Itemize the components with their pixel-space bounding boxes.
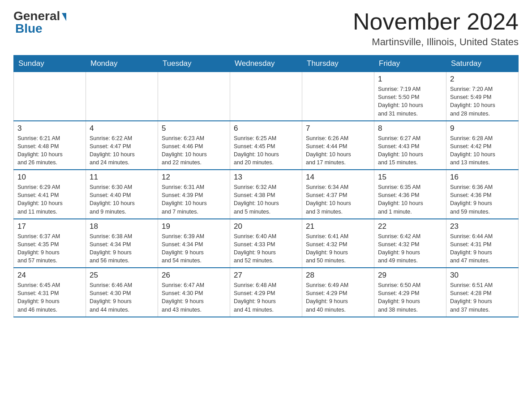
weekday-header-saturday: Saturday [446, 56, 519, 72]
day-number: 27 [234, 271, 298, 280]
day-number: 3 [17, 124, 82, 133]
day-info: Sunrise: 6:45 AM Sunset: 4:31 PM Dayligh… [17, 281, 82, 314]
title-area: November 2024 Martinsville, Illinois, Un… [353, 9, 519, 48]
day-info: Sunrise: 7:19 AM Sunset: 5:50 PM Dayligh… [378, 85, 442, 118]
page-header: General Blue November 2024 Martinsville,… [13, 9, 519, 48]
week-row-3: 10Sunrise: 6:29 AM Sunset: 4:41 PM Dayli… [14, 170, 519, 219]
calendar-table: SundayMondayTuesdayWednesdayThursdayFrid… [13, 55, 519, 317]
calendar-cell: 19Sunrise: 6:39 AM Sunset: 4:34 PM Dayli… [158, 219, 230, 268]
calendar-cell: 11Sunrise: 6:30 AM Sunset: 4:40 PM Dayli… [86, 170, 158, 219]
calendar-cell: 7Sunrise: 6:26 AM Sunset: 4:44 PM Daylig… [302, 121, 374, 170]
day-number: 15 [378, 173, 442, 182]
day-number: 9 [450, 124, 515, 133]
day-info: Sunrise: 6:21 AM Sunset: 4:48 PM Dayligh… [17, 134, 82, 167]
day-number: 22 [378, 222, 442, 231]
calendar-cell [158, 72, 230, 121]
day-number: 2 [450, 75, 515, 84]
calendar-cell: 10Sunrise: 6:29 AM Sunset: 4:41 PM Dayli… [14, 170, 86, 219]
day-number: 26 [162, 271, 226, 280]
day-number: 6 [234, 124, 298, 133]
calendar-cell: 25Sunrise: 6:46 AM Sunset: 4:30 PM Dayli… [86, 268, 158, 317]
calendar-cell: 29Sunrise: 6:50 AM Sunset: 4:29 PM Dayli… [374, 268, 446, 317]
calendar-cell: 8Sunrise: 6:27 AM Sunset: 4:43 PM Daylig… [374, 121, 446, 170]
day-info: Sunrise: 6:40 AM Sunset: 4:33 PM Dayligh… [234, 232, 298, 265]
calendar-cell: 22Sunrise: 6:42 AM Sunset: 4:32 PM Dayli… [374, 219, 446, 268]
day-number: 21 [306, 222, 370, 231]
day-info: Sunrise: 6:39 AM Sunset: 4:34 PM Dayligh… [162, 232, 226, 265]
day-info: Sunrise: 6:22 AM Sunset: 4:47 PM Dayligh… [90, 134, 154, 167]
weekday-header-wednesday: Wednesday [230, 56, 302, 72]
day-number: 16 [450, 173, 515, 182]
day-number: 8 [378, 124, 442, 133]
day-number: 13 [234, 173, 298, 182]
weekday-header-monday: Monday [86, 56, 158, 72]
weekday-header-friday: Friday [374, 56, 446, 72]
day-info: Sunrise: 6:31 AM Sunset: 4:39 PM Dayligh… [162, 183, 226, 216]
day-info: Sunrise: 6:35 AM Sunset: 4:36 PM Dayligh… [378, 183, 442, 216]
logo: General Blue [13, 9, 66, 36]
day-number: 25 [90, 271, 154, 280]
day-info: Sunrise: 6:37 AM Sunset: 4:35 PM Dayligh… [17, 232, 82, 265]
week-row-1: 1Sunrise: 7:19 AM Sunset: 5:50 PM Daylig… [14, 72, 519, 121]
day-number: 28 [306, 271, 370, 280]
day-info: Sunrise: 6:25 AM Sunset: 4:45 PM Dayligh… [234, 134, 298, 167]
day-info: Sunrise: 6:32 AM Sunset: 4:38 PM Dayligh… [234, 183, 298, 216]
calendar-cell: 2Sunrise: 7:20 AM Sunset: 5:49 PM Daylig… [446, 72, 519, 121]
day-number: 18 [90, 222, 154, 231]
day-info: Sunrise: 6:51 AM Sunset: 4:28 PM Dayligh… [450, 281, 515, 314]
calendar-cell: 17Sunrise: 6:37 AM Sunset: 4:35 PM Dayli… [14, 219, 86, 268]
day-info: Sunrise: 6:23 AM Sunset: 4:46 PM Dayligh… [162, 134, 226, 167]
weekday-header-sunday: Sunday [14, 56, 86, 72]
calendar-cell: 4Sunrise: 6:22 AM Sunset: 4:47 PM Daylig… [86, 121, 158, 170]
day-number: 29 [378, 271, 442, 280]
calendar-cell: 1Sunrise: 7:19 AM Sunset: 5:50 PM Daylig… [374, 72, 446, 121]
calendar-cell: 3Sunrise: 6:21 AM Sunset: 4:48 PM Daylig… [14, 121, 86, 170]
calendar-cell: 21Sunrise: 6:41 AM Sunset: 4:32 PM Dayli… [302, 219, 374, 268]
week-row-2: 3Sunrise: 6:21 AM Sunset: 4:48 PM Daylig… [14, 121, 519, 170]
calendar-cell: 27Sunrise: 6:48 AM Sunset: 4:29 PM Dayli… [230, 268, 302, 317]
calendar-cell: 23Sunrise: 6:44 AM Sunset: 4:31 PM Dayli… [446, 219, 519, 268]
day-number: 24 [17, 271, 82, 280]
day-number: 10 [17, 173, 82, 182]
calendar-cell: 26Sunrise: 6:47 AM Sunset: 4:30 PM Dayli… [158, 268, 230, 317]
day-number: 11 [90, 173, 154, 182]
day-info: Sunrise: 6:49 AM Sunset: 4:29 PM Dayligh… [306, 281, 370, 314]
calendar-cell: 30Sunrise: 6:51 AM Sunset: 4:28 PM Dayli… [446, 268, 519, 317]
day-number: 7 [306, 124, 370, 133]
day-info: Sunrise: 6:30 AM Sunset: 4:40 PM Dayligh… [90, 183, 154, 216]
day-number: 14 [306, 173, 370, 182]
day-info: Sunrise: 6:27 AM Sunset: 4:43 PM Dayligh… [378, 134, 442, 167]
day-info: Sunrise: 6:46 AM Sunset: 4:30 PM Dayligh… [90, 281, 154, 314]
day-info: Sunrise: 6:29 AM Sunset: 4:41 PM Dayligh… [17, 183, 82, 216]
week-row-4: 17Sunrise: 6:37 AM Sunset: 4:35 PM Dayli… [14, 219, 519, 268]
day-number: 5 [162, 124, 226, 133]
day-info: Sunrise: 6:47 AM Sunset: 4:30 PM Dayligh… [162, 281, 226, 314]
day-info: Sunrise: 6:38 AM Sunset: 4:34 PM Dayligh… [90, 232, 154, 265]
day-number: 4 [90, 124, 154, 133]
day-number: 1 [378, 75, 442, 84]
weekday-header-tuesday: Tuesday [158, 56, 230, 72]
calendar-cell: 24Sunrise: 6:45 AM Sunset: 4:31 PM Dayli… [14, 268, 86, 317]
weekday-header-row: SundayMondayTuesdayWednesdayThursdayFrid… [14, 56, 519, 72]
calendar-cell: 20Sunrise: 6:40 AM Sunset: 4:33 PM Dayli… [230, 219, 302, 268]
day-number: 19 [162, 222, 226, 231]
day-info: Sunrise: 6:41 AM Sunset: 4:32 PM Dayligh… [306, 232, 370, 265]
calendar-cell: 12Sunrise: 6:31 AM Sunset: 4:39 PM Dayli… [158, 170, 230, 219]
day-info: Sunrise: 6:26 AM Sunset: 4:44 PM Dayligh… [306, 134, 370, 167]
calendar-cell [14, 72, 86, 121]
day-info: Sunrise: 6:50 AM Sunset: 4:29 PM Dayligh… [378, 281, 442, 314]
calendar-cell: 15Sunrise: 6:35 AM Sunset: 4:36 PM Dayli… [374, 170, 446, 219]
day-number: 20 [234, 222, 298, 231]
day-info: Sunrise: 6:28 AM Sunset: 4:42 PM Dayligh… [450, 134, 515, 167]
day-number: 12 [162, 173, 226, 182]
weekday-header-thursday: Thursday [302, 56, 374, 72]
calendar-cell: 5Sunrise: 6:23 AM Sunset: 4:46 PM Daylig… [158, 121, 230, 170]
calendar-cell [302, 72, 374, 121]
day-info: Sunrise: 7:20 AM Sunset: 5:49 PM Dayligh… [450, 85, 515, 118]
day-number: 17 [17, 222, 82, 231]
month-year-title: November 2024 [353, 9, 519, 34]
calendar-cell [86, 72, 158, 121]
day-number: 30 [450, 271, 515, 280]
calendar-cell [230, 72, 302, 121]
logo-arrow-icon [62, 13, 66, 21]
